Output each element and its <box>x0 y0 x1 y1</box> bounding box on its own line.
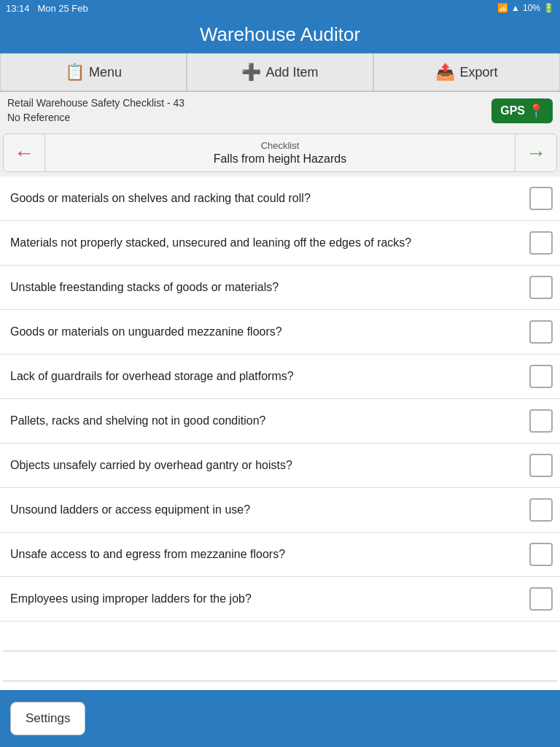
checklist-item-checkbox[interactable] <box>529 543 553 566</box>
reference-bar: Retail Warehouse Safety Checklist - 43 N… <box>0 92 560 129</box>
list-item: Materials not properly stacked, unsecure… <box>0 221 560 266</box>
bottom-spacer <box>0 651 560 681</box>
divider-1 <box>3 651 557 651</box>
checklist-item-text: Lack of guardrails for overhead storage … <box>10 369 529 384</box>
menu-label: Menu <box>89 65 122 80</box>
reference-label: No Reference <box>7 111 184 125</box>
checklist-item-checkbox[interactable] <box>529 231 553 255</box>
status-time-date: 13:14 Mon 25 Feb <box>6 3 88 14</box>
wifi-icon: 📶 <box>497 3 508 13</box>
footer: Settings <box>0 690 560 747</box>
list-item: Unsound ladders or access equipment in u… <box>0 488 560 533</box>
battery-icon: 🔋 <box>543 3 554 13</box>
checklist-item-checkbox[interactable] <box>529 365 553 388</box>
divider-2 <box>3 681 557 681</box>
checklist-item-text: Unstable freestanding stacks of goods or… <box>10 280 529 295</box>
checklist-item-checkbox[interactable] <box>529 409 553 433</box>
app-title: Warehouse Auditor <box>200 23 360 45</box>
toolbar: 📋 Menu ➕ Add Item 📤 Export <box>0 53 560 92</box>
status-time: 13:14 <box>6 3 30 14</box>
status-bar: 13:14 Mon 25 Feb 📶 ▲ 10% 🔋 <box>0 0 560 16</box>
checklist-item-text: Unsafe access to and egress from mezzani… <box>10 547 529 562</box>
add-item-label: Add Item <box>265 65 318 80</box>
add-item-button[interactable]: ➕ Add Item <box>187 53 373 91</box>
list-item: Employees using improper ladders for the… <box>0 577 560 622</box>
checklist-item-text: Goods or materials on unguarded mezzanin… <box>10 325 529 340</box>
list-item: Unsafe access to and egress from mezzani… <box>0 533 560 577</box>
checklist-item-text: Employees using improper ladders for the… <box>10 592 529 607</box>
export-button[interactable]: 📤 Export <box>373 53 560 91</box>
checklist-item-checkbox[interactable] <box>529 276 553 299</box>
reference-text: Retail Warehouse Safety Checklist - 43 N… <box>7 96 184 125</box>
checklist-item-text: Goods or materials on shelves and rackin… <box>10 191 529 206</box>
status-date: Mon 25 Feb <box>37 3 88 14</box>
checklist-section-title: Checklist <box>48 140 512 151</box>
settings-button[interactable]: Settings <box>10 702 85 735</box>
checklist-item-checkbox[interactable] <box>529 587 553 611</box>
checklist-navigation: ← Checklist Falls from height Hazards → <box>3 133 557 172</box>
checklist-item-text: Materials not properly stacked, unsecure… <box>10 236 529 251</box>
menu-icon: 📋 <box>65 63 85 82</box>
signal-icon: ▲ <box>511 3 520 13</box>
checklist-section-name: Falls from height Hazards <box>48 152 512 166</box>
checklist-item-text: Unsound ladders or access equipment in u… <box>10 503 529 518</box>
checklist-section-label: Checklist Falls from height Hazards <box>44 134 516 171</box>
prev-section-button[interactable]: ← <box>4 134 44 171</box>
checklist-item-checkbox[interactable] <box>529 320 553 344</box>
export-label: Export <box>459 65 497 80</box>
list-item: Unstable freestanding stacks of goods or… <box>0 266 560 310</box>
checklist-item-text: Pallets, racks and shelving not in good … <box>10 414 529 429</box>
checklist-items-list: Goods or materials on shelves and rackin… <box>0 177 560 622</box>
settings-label: Settings <box>26 711 70 725</box>
checklist-name: Retail Warehouse Safety Checklist - 43 <box>7 96 184 111</box>
list-item: Goods or materials on shelves and rackin… <box>0 177 560 221</box>
export-icon: 📤 <box>435 63 455 82</box>
list-item: Goods or materials on unguarded mezzanin… <box>0 310 560 355</box>
add-icon: ➕ <box>241 63 261 82</box>
gps-badge[interactable]: GPS 📍 <box>491 98 553 123</box>
menu-button[interactable]: 📋 Menu <box>0 53 187 91</box>
checklist-item-checkbox[interactable] <box>529 187 553 210</box>
checklist-item-text: Objects unsafely carried by overhead gan… <box>10 458 529 473</box>
gps-label: GPS <box>500 104 525 117</box>
list-item: Pallets, racks and shelving not in good … <box>0 399 560 444</box>
battery-label: 10% <box>523 3 540 13</box>
next-section-button[interactable]: → <box>516 134 556 171</box>
list-item: Lack of guardrails for overhead storage … <box>0 355 560 399</box>
checklist-container: Goods or materials on shelves and rackin… <box>0 177 560 690</box>
gps-pin-icon: 📍 <box>528 103 544 119</box>
status-icons: 📶 ▲ 10% 🔋 <box>497 3 554 13</box>
checklist-item-checkbox[interactable] <box>529 498 553 522</box>
checklist-item-checkbox[interactable] <box>529 454 553 477</box>
app-header: Warehouse Auditor <box>0 16 560 53</box>
list-item: Objects unsafely carried by overhead gan… <box>0 444 560 488</box>
